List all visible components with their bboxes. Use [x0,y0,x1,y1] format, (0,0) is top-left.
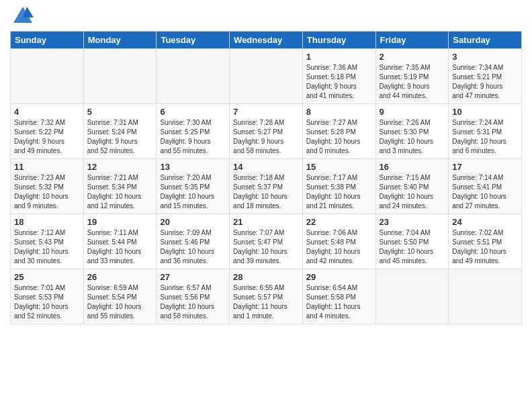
day-number: 6 [160,107,226,117]
day-number: 3 [452,52,518,62]
day-info: Sunrise: 7:01 AM Sunset: 5:53 PM Dayligh… [14,283,80,321]
day-info: Sunrise: 7:07 AM Sunset: 5:47 PM Dayligh… [233,228,299,266]
day-header-saturday: Saturday [449,32,522,49]
calendar-cell: 4Sunrise: 7:32 AM Sunset: 5:22 PM Daylig… [11,104,84,159]
day-number: 5 [87,107,153,117]
day-header-wednesday: Wednesday [230,32,303,49]
day-info: Sunrise: 6:55 AM Sunset: 5:57 PM Dayligh… [233,283,299,321]
calendar-cell: 5Sunrise: 7:31 AM Sunset: 5:24 PM Daylig… [83,104,157,159]
day-info: Sunrise: 7:17 AM Sunset: 5:38 PM Dayligh… [306,173,372,211]
day-number: 27 [160,272,226,282]
calendar-cell: 11Sunrise: 7:23 AM Sunset: 5:32 PM Dayli… [11,159,84,214]
day-number: 26 [87,272,153,282]
week-row-3: 11Sunrise: 7:23 AM Sunset: 5:32 PM Dayli… [11,159,522,214]
day-number: 15 [306,162,372,172]
day-number: 23 [380,217,445,227]
header-section [10,7,522,26]
calendar-cell: 7Sunrise: 7:28 AM Sunset: 5:27 PM Daylig… [230,104,303,159]
calendar-cell: 21Sunrise: 7:07 AM Sunset: 5:47 PM Dayli… [230,214,303,269]
calendar-container: SundayMondayTuesdayWednesdayThursdayFrid… [0,0,532,331]
calendar-cell: 1Sunrise: 7:36 AM Sunset: 5:18 PM Daylig… [302,49,375,104]
day-number: 9 [380,107,445,117]
day-info: Sunrise: 7:04 AM Sunset: 5:50 PM Dayligh… [380,228,445,266]
day-info: Sunrise: 7:06 AM Sunset: 5:48 PM Dayligh… [306,228,372,266]
calendar-cell: 29Sunrise: 6:54 AM Sunset: 5:58 PM Dayli… [302,269,375,324]
day-info: Sunrise: 7:24 AM Sunset: 5:31 PM Dayligh… [452,118,518,156]
day-number: 4 [14,107,80,117]
day-number: 1 [306,52,372,62]
day-info: Sunrise: 7:35 AM Sunset: 5:19 PM Dayligh… [380,63,445,101]
day-header-friday: Friday [375,32,449,49]
calendar-cell: 10Sunrise: 7:24 AM Sunset: 5:31 PM Dayli… [449,104,522,159]
day-header-thursday: Thursday [302,32,375,49]
day-number: 11 [14,162,80,172]
day-info: Sunrise: 7:09 AM Sunset: 5:46 PM Dayligh… [160,228,226,266]
day-header-tuesday: Tuesday [157,32,230,49]
day-info: Sunrise: 6:57 AM Sunset: 5:56 PM Dayligh… [160,283,226,321]
calendar-cell: 19Sunrise: 7:11 AM Sunset: 5:44 PM Dayli… [83,214,157,269]
calendar-cell: 22Sunrise: 7:06 AM Sunset: 5:48 PM Dayli… [302,214,375,269]
day-number: 8 [306,107,372,117]
day-info: Sunrise: 7:36 AM Sunset: 5:18 PM Dayligh… [306,63,372,101]
calendar-cell [83,49,157,104]
calendar-cell: 15Sunrise: 7:17 AM Sunset: 5:38 PM Dayli… [302,159,375,214]
day-info: Sunrise: 7:12 AM Sunset: 5:43 PM Dayligh… [14,228,80,266]
day-number: 10 [452,107,518,117]
day-info: Sunrise: 6:54 AM Sunset: 5:58 PM Dayligh… [306,283,372,321]
calendar-cell: 6Sunrise: 7:30 AM Sunset: 5:25 PM Daylig… [157,104,230,159]
day-info: Sunrise: 7:34 AM Sunset: 5:21 PM Dayligh… [452,63,518,101]
calendar-cell: 14Sunrise: 7:18 AM Sunset: 5:37 PM Dayli… [230,159,303,214]
day-number: 22 [306,217,372,227]
day-info: Sunrise: 7:26 AM Sunset: 5:30 PM Dayligh… [380,118,445,156]
calendar-cell: 20Sunrise: 7:09 AM Sunset: 5:46 PM Dayli… [157,214,230,269]
calendar-cell: 23Sunrise: 7:04 AM Sunset: 5:50 PM Dayli… [375,214,449,269]
week-row-4: 18Sunrise: 7:12 AM Sunset: 5:43 PM Dayli… [11,214,522,269]
day-number: 21 [233,217,299,227]
day-number: 20 [160,217,226,227]
day-number: 17 [452,162,518,172]
day-number: 19 [87,217,153,227]
calendar-cell: 3Sunrise: 7:34 AM Sunset: 5:21 PM Daylig… [449,49,522,104]
day-info: Sunrise: 7:28 AM Sunset: 5:27 PM Dayligh… [233,118,299,156]
day-number: 16 [380,162,445,172]
calendar-cell [230,49,303,104]
calendar-cell [11,49,84,104]
day-number: 13 [160,162,226,172]
calendar-cell: 25Sunrise: 7:01 AM Sunset: 5:53 PM Dayli… [11,269,84,324]
calendar-cell: 24Sunrise: 7:02 AM Sunset: 5:51 PM Dayli… [449,214,522,269]
day-info: Sunrise: 7:02 AM Sunset: 5:51 PM Dayligh… [452,228,518,266]
day-info: Sunrise: 6:59 AM Sunset: 5:54 PM Dayligh… [87,283,153,321]
calendar-cell: 8Sunrise: 7:27 AM Sunset: 5:28 PM Daylig… [302,104,375,159]
calendar-cell: 9Sunrise: 7:26 AM Sunset: 5:30 PM Daylig… [375,104,449,159]
day-number: 12 [87,162,153,172]
day-info: Sunrise: 7:31 AM Sunset: 5:24 PM Dayligh… [87,118,153,156]
day-number: 24 [452,217,518,227]
day-info: Sunrise: 7:30 AM Sunset: 5:25 PM Dayligh… [160,118,226,156]
day-info: Sunrise: 7:18 AM Sunset: 5:37 PM Dayligh… [233,173,299,211]
day-number: 28 [233,272,299,282]
day-number: 14 [233,162,299,172]
calendar-cell: 18Sunrise: 7:12 AM Sunset: 5:43 PM Dayli… [11,214,84,269]
day-info: Sunrise: 7:15 AM Sunset: 5:40 PM Dayligh… [380,173,445,211]
logo-icon [12,4,34,26]
day-number: 29 [306,272,372,282]
week-row-5: 25Sunrise: 7:01 AM Sunset: 5:53 PM Dayli… [11,269,522,324]
day-info: Sunrise: 7:32 AM Sunset: 5:22 PM Dayligh… [14,118,80,156]
calendar-cell [449,269,522,324]
day-number: 25 [14,272,80,282]
week-row-1: 1Sunrise: 7:36 AM Sunset: 5:18 PM Daylig… [11,49,522,104]
calendar-cell: 12Sunrise: 7:21 AM Sunset: 5:34 PM Dayli… [83,159,157,214]
day-number: 18 [14,217,80,227]
day-info: Sunrise: 7:11 AM Sunset: 5:44 PM Dayligh… [87,228,153,266]
calendar-cell [375,269,449,324]
day-number: 2 [380,52,445,62]
calendar-cell: 27Sunrise: 6:57 AM Sunset: 5:56 PM Dayli… [157,269,230,324]
day-info: Sunrise: 7:27 AM Sunset: 5:28 PM Dayligh… [306,118,372,156]
day-header-sunday: Sunday [11,32,84,49]
day-header-monday: Monday [83,32,157,49]
calendar-cell [157,49,230,104]
day-info: Sunrise: 7:20 AM Sunset: 5:35 PM Dayligh… [160,173,226,211]
calendar-cell: 17Sunrise: 7:14 AM Sunset: 5:41 PM Dayli… [449,159,522,214]
week-row-2: 4Sunrise: 7:32 AM Sunset: 5:22 PM Daylig… [11,104,522,159]
calendar-table: SundayMondayTuesdayWednesdayThursdayFrid… [10,31,522,324]
